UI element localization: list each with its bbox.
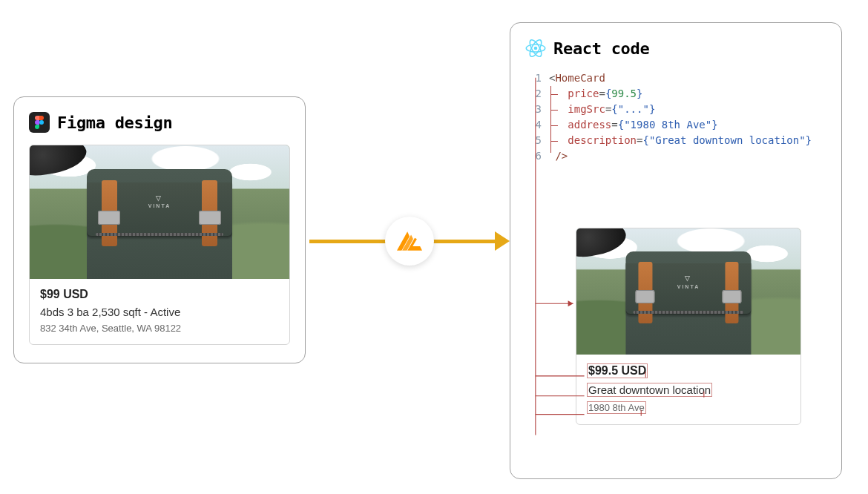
- figma-card-description: 4bds 3 ba 2,530 sqft - Active: [40, 306, 279, 318]
- react-panel: React code 1 <HomeCard 2 price={99.5} 3 …: [510, 22, 842, 479]
- figma-icon: [29, 112, 50, 133]
- amplify-logo-disc: [385, 217, 434, 266]
- react-panel-header: React code: [525, 38, 826, 59]
- rendered-card-body: $99.5 USD Great downtown location 1980 8…: [576, 355, 800, 424]
- amplify-icon: [397, 231, 422, 251]
- figma-card-image: VINTA: [30, 145, 289, 279]
- code-line-2: 2 price={99.5}: [525, 86, 826, 102]
- code-block: 1 <HomeCard 2 price={99.5} 3 imgSrc={"..…: [525, 70, 826, 164]
- rendered-card: VINTA $99.5 USD Great downtown location …: [576, 228, 801, 425]
- code-line-3: 3 imgSrc={"..."}: [525, 102, 826, 117]
- code-line-4: 4 address={"1980 8th Ave"}: [525, 117, 826, 133]
- figma-card: VINTA $99 USD 4bds 3 ba 2,530 sqft - Act…: [29, 145, 290, 345]
- svg-point-0: [39, 120, 44, 125]
- rendered-bag-brand-text: VINTA: [677, 274, 700, 290]
- figma-panel-title: Figma design: [57, 113, 172, 132]
- rendered-card-price: $99.5 USD: [587, 363, 648, 378]
- react-panel-title: React code: [553, 39, 649, 58]
- figma-panel: Figma design VINTA $99 USD 4bds 3 ba 2,5…: [13, 96, 306, 363]
- rendered-card-description: Great downtown location: [587, 383, 712, 397]
- transform-arrow: [309, 215, 510, 267]
- rendered-card-image: VINTA: [576, 228, 800, 355]
- figma-card-body: $99 USD 4bds 3 ba 2,530 sqft - Active 83…: [30, 279, 289, 344]
- code-line-5: 5 description={"Great downtown location"…: [525, 133, 826, 148]
- figma-panel-header: Figma design: [29, 112, 290, 133]
- react-icon: [525, 38, 546, 59]
- rendered-card-address: 1980 8th Ave: [587, 401, 646, 414]
- code-line-1: 1 <HomeCard: [525, 70, 826, 86]
- bag-brand-text: VINTA: [148, 194, 171, 210]
- figma-card-address: 832 34th Ave, Seattle, WA 98122: [40, 323, 279, 334]
- figma-card-price: $99 USD: [40, 288, 279, 301]
- svg-point-4: [534, 47, 538, 50]
- code-line-6: 6 />: [525, 148, 826, 164]
